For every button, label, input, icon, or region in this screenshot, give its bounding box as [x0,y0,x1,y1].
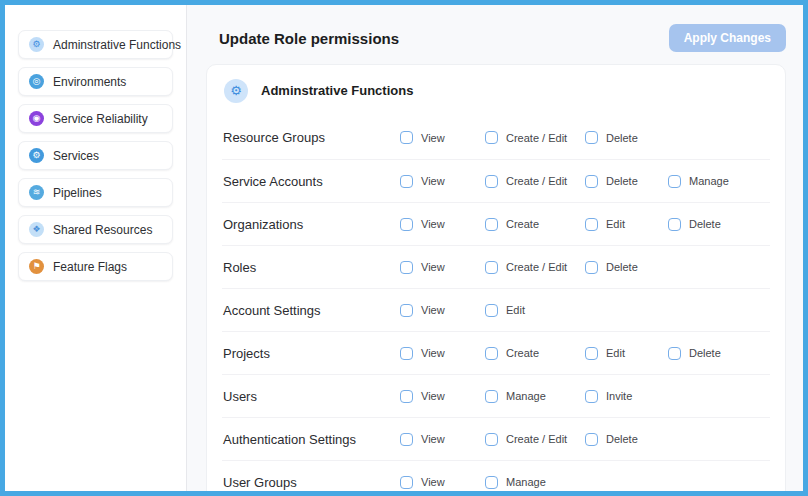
permission-checkbox-label: Delete [689,347,721,359]
services-gear-icon: ⚙ [29,148,44,163]
pipelines-icon: ≋ [29,185,44,200]
permission-checkbox[interactable] [585,347,598,360]
permission-cell: View [400,390,485,403]
sidebar-item-label: Adminstrative Functions [53,38,181,52]
sidebar-item-label: Shared Resources [53,223,152,237]
sidebar-nav: ⚙Adminstrative Functions◎Environments◉Se… [18,30,173,281]
permission-checkbox[interactable] [400,347,413,360]
permission-checkbox-label: View [421,433,445,445]
permission-checkbox[interactable] [400,390,413,403]
permission-row: User GroupsViewManage [222,460,770,491]
flag-icon: ⚑ [29,259,44,274]
permission-checkbox-label: View [421,347,445,359]
sidebar-item-feature-flags[interactable]: ⚑Feature Flags [18,252,173,281]
permission-checkbox[interactable] [585,175,598,188]
permission-checkbox-label: Create / Edit [506,261,567,273]
permission-resource-name: Organizations [222,217,400,232]
permission-cell: View [400,261,485,274]
permission-checkbox[interactable] [400,218,413,231]
permission-checkbox[interactable] [400,304,413,317]
sidebar-item-environments[interactable]: ◎Environments [18,67,173,96]
permission-checkbox[interactable] [485,390,498,403]
permission-checkbox[interactable] [668,218,681,231]
permission-checkbox[interactable] [585,218,598,231]
main-panel: Update Role permissions Apply Changes ⚙ … [187,5,803,491]
permission-checkbox-label: Edit [506,304,525,316]
sidebar-item-label: Pipelines [53,186,102,200]
permission-cell: Delete [585,433,668,446]
permission-checkbox-label: View [421,218,445,230]
permission-checkbox[interactable] [485,347,498,360]
sidebar-item-service-reliability[interactable]: ◉Service Reliability [18,104,173,133]
permission-checkbox[interactable] [585,261,598,274]
reliability-gauge-icon: ◉ [29,111,44,126]
permission-checkbox[interactable] [400,261,413,274]
permission-checkbox[interactable] [485,433,498,446]
permission-checkbox[interactable] [585,390,598,403]
permission-checkbox-label: Delete [606,433,638,445]
permission-resource-name: Users [222,389,400,404]
sidebar-item-adminstrative-functions[interactable]: ⚙Adminstrative Functions [18,30,173,59]
permission-cell: Delete [668,218,770,231]
permission-checkbox-label: View [421,390,445,402]
permission-cell: View [400,218,485,231]
permission-checkbox[interactable] [400,131,413,144]
permission-checkbox[interactable] [585,433,598,446]
sidebar-item-pipelines[interactable]: ≋Pipelines [18,178,173,207]
permission-cell: Create [485,347,585,360]
permission-cell: View [400,131,485,144]
permission-row: Account SettingsViewEdit [222,288,770,331]
permission-resource-name: Roles [222,260,400,275]
sidebar-item-label: Environments [53,75,126,89]
sidebar-item-label: Services [53,149,99,163]
permission-row: Service AccountsViewCreate / EditDeleteM… [222,159,770,202]
permission-checkbox[interactable] [400,476,413,489]
permission-cell: View [400,304,485,317]
permission-cell: Manage [668,175,770,188]
sidebar-item-services[interactable]: ⚙Services [18,141,173,170]
card-header: ⚙ Adminstrative Functions [222,65,770,116]
permission-checkbox-label: View [421,132,445,144]
permission-cell: Invite [585,390,668,403]
permission-cell: View [400,347,485,360]
permissions-list: Resource GroupsViewCreate / EditDeleteSe… [222,116,770,491]
permission-checkbox[interactable] [485,131,498,144]
permission-cell: Manage [485,476,585,489]
sidebar-item-label: Service Reliability [53,112,148,126]
permission-checkbox-label: Delete [606,261,638,273]
sidebar-item-label: Feature Flags [53,260,127,274]
sidebar-item-shared-resources[interactable]: ❖Shared Resources [18,215,173,244]
permission-checkbox-label: Edit [606,218,625,230]
permission-checkbox[interactable] [400,433,413,446]
permission-checkbox[interactable] [585,131,598,144]
permission-checkbox[interactable] [485,261,498,274]
permission-checkbox[interactable] [485,175,498,188]
apply-changes-button[interactable]: Apply Changes [669,24,786,52]
permission-checkbox[interactable] [485,218,498,231]
permission-resource-name: Account Settings [222,303,400,318]
permission-row: Authentication SettingsViewCreate / Edit… [222,417,770,460]
permission-checkbox-label: Delete [689,218,721,230]
permission-checkbox[interactable] [668,175,681,188]
permission-checkbox-label: Delete [606,132,638,144]
permission-checkbox-label: View [421,304,445,316]
permission-row: Resource GroupsViewCreate / EditDelete [222,116,770,159]
permission-resource-name: Authentication Settings [222,432,400,447]
permission-resource-name: Projects [222,346,400,361]
permission-checkbox-label: Edit [606,347,625,359]
permission-resource-name: Resource Groups [222,130,400,145]
permission-row: UsersViewManageInvite [222,374,770,417]
permission-checkbox[interactable] [485,304,498,317]
permission-checkbox-label: Create / Edit [506,132,567,144]
permission-cell: Create / Edit [485,131,585,144]
permission-checkbox-label: View [421,261,445,273]
permission-checkbox[interactable] [668,347,681,360]
permission-checkbox[interactable] [485,476,498,489]
permission-cell: Create [485,218,585,231]
permission-checkbox-label: Create / Edit [506,433,567,445]
permission-checkbox-label: View [421,175,445,187]
permission-checkbox-label: Create [506,347,539,359]
permission-checkbox[interactable] [400,175,413,188]
permission-resource-name: Service Accounts [222,174,400,189]
permission-cell: Create / Edit [485,175,585,188]
